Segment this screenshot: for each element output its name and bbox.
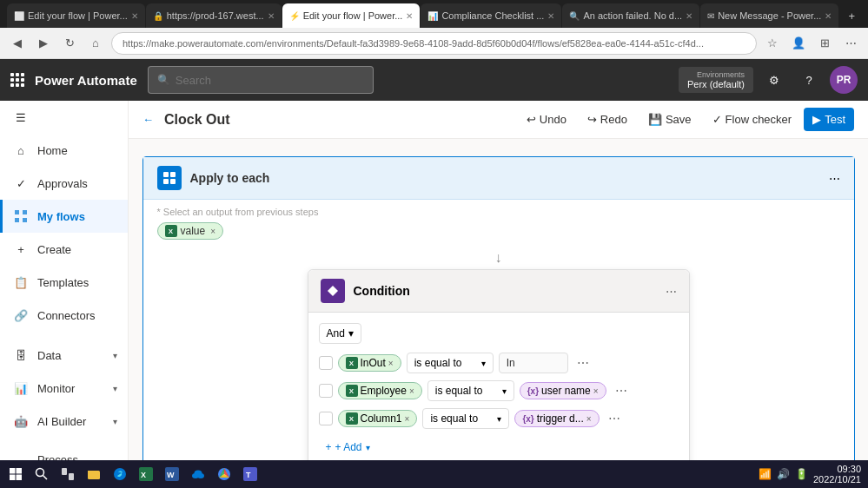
global-search[interactable]: 🔍 <box>148 66 374 94</box>
down-arrow-icon: ↓ <box>495 250 502 266</box>
apply-each-menu[interactable]: ⋯ <box>829 172 840 185</box>
sidebar-item-connectors[interactable]: 🔗 Connectors <box>0 299 128 332</box>
taskbar-excel[interactable]: X <box>134 462 158 486</box>
flow-editor: ← Clock Out ↩ Undo ↪ Redo 💾 S <box>129 101 868 460</box>
tab-4[interactable]: 📊 Compliance Checklist ... ✕ <box>421 3 561 28</box>
sidebar-item-templates-label: Templates <box>37 276 89 289</box>
row-3-menu[interactable]: ⋯ <box>605 410 624 427</box>
refresh-button[interactable]: ↻ <box>59 33 80 54</box>
sidebar-item-my-flows[interactable]: My flows <box>0 200 128 233</box>
tab-2-close[interactable]: ✕ <box>268 11 275 21</box>
taskbar-search-button[interactable] <box>30 462 54 486</box>
tab-1-close[interactable]: ✕ <box>131 11 138 21</box>
inout-close[interactable]: × <box>388 359 394 368</box>
sidebar-item-process-label: Process advisor <box>37 453 117 460</box>
svg-line-9 <box>43 476 48 480</box>
condition-check-1[interactable] <box>319 356 333 370</box>
test-button[interactable]: ▶ Test <box>804 108 854 131</box>
token-text: value <box>181 225 206 237</box>
condition-val-1[interactable]: In <box>499 353 568 373</box>
taskbar-word[interactable]: W <box>160 462 184 486</box>
and-dropdown[interactable]: And ▾ <box>319 323 361 344</box>
sidebar-item-ai-builder[interactable]: 🤖 AI Builder ▾ <box>0 405 128 438</box>
help-icon[interactable]: ? <box>795 66 823 94</box>
start-button[interactable] <box>3 462 28 486</box>
and-chevron-icon: ▾ <box>348 327 354 340</box>
app-header-right: Environments Perx (default) ⚙ ? PR <box>679 66 858 94</box>
taskbar-onedrive[interactable] <box>186 462 210 486</box>
condition-op-1[interactable]: is equal to ▾ <box>407 353 494 373</box>
save-button[interactable]: 💾 Save <box>639 108 700 131</box>
settings-icon[interactable]: ⚙ <box>760 66 788 94</box>
task-view-button[interactable] <box>56 462 80 486</box>
search-input[interactable] <box>176 74 315 87</box>
sidebar-item-collapse[interactable]: ☰ <box>0 101 128 134</box>
home-nav-button[interactable]: ⌂ <box>85 33 106 54</box>
waffle-dot <box>16 73 19 76</box>
tab-5-close[interactable]: ✕ <box>686 11 692 21</box>
waffle-icon[interactable] <box>10 73 24 87</box>
tab-6-close[interactable]: ✕ <box>825 11 832 21</box>
op-2-chevron: ▾ <box>502 386 507 396</box>
tab-3[interactable]: ⚡ Edit your flow | Power... ✕ <box>282 3 421 28</box>
column1-close[interactable]: × <box>405 414 410 424</box>
tab-2[interactable]: 🔒 https://prod-167.west... ✕ <box>146 3 282 28</box>
trigger-close[interactable]: × <box>586 414 592 424</box>
condition-menu[interactable]: ⋯ <box>666 285 677 298</box>
svg-rect-4 <box>10 468 16 474</box>
home-icon: ⌂ <box>13 142 29 158</box>
favorites-button[interactable]: ☆ <box>762 33 783 54</box>
browser-frame: ⬜ Edit your flow | Power... ✕ 🔒 https://… <box>0 0 868 488</box>
environment-selector[interactable]: Environments Perx (default) <box>679 67 753 93</box>
svg-point-20 <box>195 471 202 477</box>
flow-checker-button[interactable]: ✓ Flow checker <box>704 108 801 131</box>
tab-6[interactable]: ✉ New Message - Power... ✕ <box>700 3 838 28</box>
employee-close[interactable]: × <box>409 386 414 396</box>
row-2-menu[interactable]: ⋯ <box>612 382 631 399</box>
avatar[interactable]: PR <box>830 66 858 94</box>
tab-4-close[interactable]: ✕ <box>547 11 554 21</box>
back-nav-button[interactable]: ◀ <box>7 33 28 54</box>
redo-button[interactable]: ↪ Redo <box>579 108 636 131</box>
extensions-button[interactable]: ⊞ <box>814 33 835 54</box>
app-header: Power Automate 🔍 Environments Perx (defa… <box>0 59 868 101</box>
tab-1[interactable]: ⬜ Edit your flow | Power... ✕ <box>7 3 145 28</box>
condition-wrapper: Condition ⋯ And ▾ <box>143 269 854 460</box>
condition-check-3[interactable] <box>319 412 333 425</box>
sidebar-item-data-label: Data <box>37 349 61 362</box>
forward-nav-button[interactable]: ▶ <box>33 33 54 54</box>
settings-menu-button[interactable]: ⋯ <box>840 33 861 54</box>
sidebar-item-approvals[interactable]: ✓ Approvals <box>0 167 128 200</box>
taskbar-teams[interactable]: T <box>238 462 262 486</box>
tab-3-close[interactable]: ✕ <box>406 11 413 21</box>
new-tab-button[interactable]: + <box>839 3 864 28</box>
op-3-chevron: ▾ <box>497 414 501 424</box>
taskbar-left: X W T <box>3 462 262 486</box>
taskbar-chrome[interactable] <box>212 462 236 486</box>
sidebar-item-monitor[interactable]: 📊 Monitor ▾ <box>0 372 128 405</box>
condition-op-3[interactable]: is equal to ▾ <box>422 408 509 429</box>
sidebar-item-templates[interactable]: 📋 Templates <box>0 266 128 299</box>
back-button[interactable]: ← <box>142 113 154 126</box>
address-text: https://make.powerautomate.com/environme… <box>123 38 704 49</box>
sidebar-item-create[interactable]: + Create <box>0 233 128 266</box>
sidebar-item-data[interactable]: 🗄 Data ▾ <box>0 339 128 372</box>
token-close-button[interactable]: × <box>210 227 215 236</box>
row-1-menu[interactable]: ⋯ <box>573 354 593 372</box>
condition-op-2[interactable]: is equal to ▾ <box>427 380 514 401</box>
address-bar[interactable]: https://make.powerautomate.com/environme… <box>111 32 757 55</box>
condition-check-2[interactable] <box>319 384 333 398</box>
tab-5[interactable]: 🔍 An action failed. No d... ✕ <box>562 3 699 28</box>
tab-2-label: https://prod-167.west... <box>167 10 264 21</box>
username-close[interactable]: × <box>593 386 599 396</box>
sidebar-item-process-advisor[interactable]: 📈 Process advisor <box>0 445 128 460</box>
monitor-expand-icon: ▾ <box>113 384 117 393</box>
undo-button[interactable]: ↩ Undo <box>518 108 575 131</box>
sidebar-item-home[interactable]: ⌂ Home <box>0 134 128 167</box>
add-condition-button[interactable]: + + Add ▾ <box>319 436 377 458</box>
taskbar-edge[interactable] <box>108 462 132 486</box>
add-chevron-icon: ▾ <box>366 443 370 452</box>
taskbar-file-explorer[interactable] <box>82 462 106 486</box>
svg-rect-2 <box>163 179 169 184</box>
profile-icon[interactable]: 👤 <box>788 33 809 54</box>
